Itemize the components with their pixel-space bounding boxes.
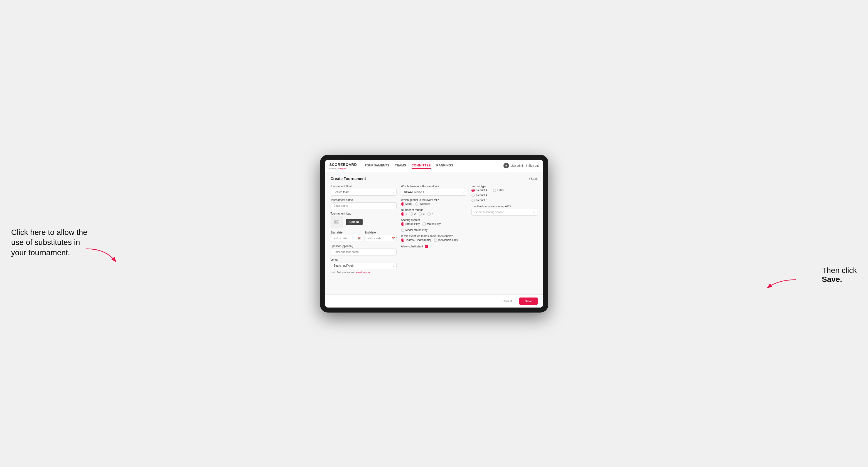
bottom-bar: Cancel Save: [325, 294, 543, 308]
sponsor-input[interactable]: [331, 249, 397, 255]
scoring-stroke-radio[interactable]: [401, 222, 404, 226]
gender-mens[interactable]: Mens: [401, 202, 412, 206]
logo-field-group: Tournament logo Upload: [331, 212, 397, 228]
page-content: Create Tournament ‹ Back Tournament Host…: [325, 172, 543, 294]
sign-out-link[interactable]: Sign out: [528, 164, 539, 167]
round-2[interactable]: 2: [410, 212, 416, 216]
host-label: Tournament Host: [331, 185, 397, 188]
round-1-label: 1: [405, 212, 407, 215]
round-3-radio[interactable]: [418, 212, 422, 216]
gender-mens-radio[interactable]: [401, 202, 404, 206]
event-teams-radio[interactable]: [401, 239, 404, 242]
scoring-match-label: Match Play: [427, 222, 440, 225]
format-6count5-radio[interactable]: [471, 199, 475, 202]
back-link[interactable]: ‹ Back: [529, 177, 537, 180]
scoring-field-group: Scoring system Stroke Play Match Play: [401, 218, 467, 232]
scoring-medal-radio[interactable]: [401, 228, 404, 232]
arrow-left: [84, 246, 120, 267]
round-4-radio[interactable]: [428, 212, 431, 216]
logo-powered: Powered by clippd: [330, 167, 357, 169]
format-5count4-radio[interactable]: [471, 189, 475, 192]
event-for-label: Is this event for Teams and/or Individua…: [401, 235, 467, 238]
round-1[interactable]: 1: [401, 212, 407, 216]
scoring-match-radio[interactable]: [423, 222, 426, 226]
format-6count4-radio[interactable]: [471, 194, 475, 197]
arrow-right: [765, 277, 799, 292]
logo-area: SCOREBOARD Powered by clippd: [330, 162, 357, 169]
name-input[interactable]: [331, 202, 397, 209]
format-field-group: Format type 5 count 4 Other: [471, 185, 537, 202]
upload-button[interactable]: Upload: [346, 219, 363, 225]
host-select-wrapper: Search team: [331, 189, 397, 196]
nav-committee[interactable]: COMMITTEE: [412, 162, 431, 169]
sponsor-label: Sponsor (optional): [331, 245, 397, 248]
right-annotation: Then click Save.: [822, 266, 857, 284]
round-4[interactable]: 4: [428, 212, 434, 216]
calendar-icon-start: 📅: [357, 237, 361, 240]
event-teams[interactable]: Teams (+Individuals): [401, 239, 431, 242]
division-select-wrapper: NCAA Division I: [401, 189, 467, 196]
scoring-service-select[interactable]: Select a scoring service: [471, 209, 537, 216]
page-title: Create Tournament: [331, 177, 366, 181]
format-other[interactable]: Other: [493, 189, 504, 192]
gender-mens-label: Mens: [405, 202, 412, 206]
start-date-group: Start date 📅: [331, 231, 363, 242]
format-6count4[interactable]: 6 count 4: [471, 194, 537, 197]
gender-womens-label: Womens: [420, 202, 430, 206]
substitutes-label: Allow substitutes?: [401, 245, 423, 248]
nav-username: blair admin: [511, 164, 524, 167]
name-label: Tournament name: [331, 198, 397, 201]
gender-womens-radio[interactable]: [415, 202, 418, 206]
division-label: Which division is the event for?: [401, 185, 467, 188]
gender-field-group: Which gender is the event for? Mens Wome…: [401, 198, 467, 206]
end-date-group: End date 📅: [365, 231, 397, 242]
calendar-icon-end: 📅: [392, 237, 395, 240]
cancel-button[interactable]: Cancel: [498, 298, 517, 305]
division-select[interactable]: NCAA Division I: [401, 189, 467, 196]
format-row1: 5 count 4 Other: [471, 189, 537, 192]
round-2-label: 2: [414, 212, 416, 215]
save-button[interactable]: Save: [519, 298, 538, 305]
format-other-radio[interactable]: [493, 189, 496, 192]
rounds-field-group: Number of rounds 1 2: [401, 209, 467, 216]
format-other-label: Other: [497, 189, 504, 192]
date-row: Start date 📅 End date 📅: [331, 231, 397, 242]
round-3[interactable]: 3: [418, 212, 425, 216]
nav-rankings[interactable]: RANKINGS: [436, 162, 453, 169]
nav-teams[interactable]: TEAMS: [395, 162, 406, 169]
scoring-stroke[interactable]: Stroke Play: [401, 222, 420, 226]
gender-womens[interactable]: Womens: [415, 202, 430, 206]
event-individuals[interactable]: Individuals Only: [434, 239, 458, 242]
venue-help: Can't find your venue? email support: [331, 271, 397, 274]
format-6count5[interactable]: 6 count 5: [471, 199, 537, 202]
format-label: Format type: [471, 185, 537, 188]
format-options: 5 count 4 Other 6 count 4: [471, 189, 537, 202]
outer-wrapper: Click here to allow the use of substitut…: [11, 155, 857, 313]
event-individuals-label: Individuals Only: [438, 239, 458, 242]
name-field-group: Tournament name: [331, 198, 397, 209]
nav-tournaments[interactable]: TOURNAMENTS: [365, 162, 389, 169]
nav-separator: |: [526, 164, 527, 167]
substitutes-checkbox-wrapper[interactable]: Allow substitutes? ✓: [401, 245, 467, 248]
scoring-match[interactable]: Match Play: [423, 222, 440, 226]
division-field-group: Which division is the event for? NCAA Di…: [401, 185, 467, 196]
round-1-radio[interactable]: [401, 212, 404, 216]
venue-select-wrapper: Search golf club: [331, 262, 397, 269]
gender-label: Which gender is the event for?: [401, 198, 467, 201]
substitutes-checkbox[interactable]: ✓: [425, 245, 428, 248]
venue-email-link[interactable]: email support: [356, 271, 371, 274]
host-select[interactable]: Search team: [331, 189, 397, 196]
event-individuals-radio[interactable]: [434, 239, 437, 242]
sponsor-field-group: Sponsor (optional): [331, 245, 397, 255]
scoring-label: Scoring system: [401, 218, 467, 221]
format-5count4[interactable]: 5 count 4: [471, 189, 487, 192]
tablet-screen: SCOREBOARD Powered by clippd TOURNAMENTS…: [325, 160, 543, 308]
scoring-medal[interactable]: Medal Match Play: [401, 228, 428, 232]
venue-select[interactable]: Search golf club: [331, 262, 397, 269]
logo-scoreboard: SCOREBOARD: [330, 162, 357, 167]
round-2-radio[interactable]: [410, 212, 413, 216]
event-teams-label: Teams (+Individuals): [405, 239, 431, 242]
left-annotation: Click here to allow the use of substitut…: [11, 227, 89, 258]
end-date-label: End date: [365, 231, 397, 234]
logo-upload-area: Upload: [331, 216, 397, 228]
